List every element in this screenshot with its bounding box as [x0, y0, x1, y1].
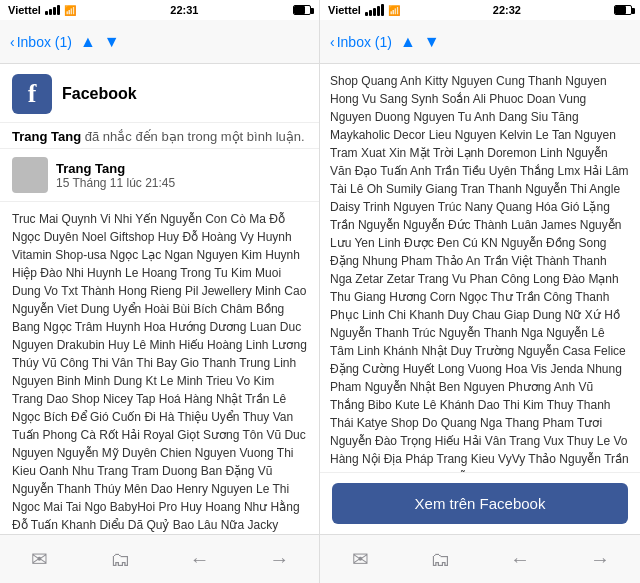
left-tab-back[interactable]: ← — [160, 548, 240, 571]
right-tab-mail[interactable]: ✉ — [320, 547, 400, 571]
left-back-button[interactable]: ‹ Inbox (1) — [10, 34, 72, 50]
left-tab-mail[interactable]: ✉ — [0, 547, 80, 571]
left-panel: Viettel 📶 22:31 ‹ Inbox (1) ▲ ▼ f Facebo… — [0, 0, 320, 583]
right-status-left: Viettel 📶 — [328, 4, 400, 16]
left-tab-folders[interactable]: 🗂 — [80, 548, 160, 571]
right-back-button[interactable]: ‹ Inbox (1) — [330, 34, 392, 50]
left-avatar-meta: Trang Tang 15 Tháng 11 lúc 21:45 — [0, 149, 319, 202]
forward-nav-icon: → — [269, 548, 289, 571]
left-status-left: Viettel 📶 — [8, 4, 76, 16]
right-email-body[interactable]: Shop Quang Anh Kitty Nguyen Cung Thanh N… — [320, 64, 640, 472]
right-status-right — [614, 5, 632, 15]
right-nav-down-button[interactable]: ▼ — [424, 33, 440, 51]
right-panel: Viettel 📶 22:32 ‹ Inbox (1) ▲ ▼ Shop Qua — [320, 0, 640, 583]
left-battery-icon — [293, 5, 311, 15]
right-carrier: Viettel — [328, 4, 361, 16]
left-email-header: f Facebook — [0, 64, 319, 123]
left-time: 22:31 — [170, 4, 198, 16]
right-signal-icon — [365, 4, 384, 16]
right-tab-folders[interactable]: 🗂 — [400, 548, 480, 571]
right-body-text: Shop Quang Anh Kitty Nguyen Cung Thanh N… — [330, 74, 629, 472]
right-back-nav-icon: ← — [510, 548, 530, 571]
left-body-text: Truc Mai Quynh Vi Nhi Yến Nguyễn Con Cò … — [12, 212, 307, 534]
left-commenter-date: 15 Tháng 11 lúc 21:45 — [56, 176, 175, 190]
right-chevron-icon: ‹ — [330, 34, 335, 50]
right-folders-icon: 🗂 — [430, 548, 450, 571]
right-back-label: Inbox (1) — [337, 34, 392, 50]
left-back-label: Inbox (1) — [17, 34, 72, 50]
right-battery-icon — [614, 5, 632, 15]
left-avatar-thumbnail — [12, 157, 48, 193]
mail-icon: ✉ — [31, 547, 48, 571]
left-notification-line: Trang Tang đã nhắc đến bạn trong một bìn… — [0, 123, 319, 149]
right-status-bar: Viettel 📶 22:32 — [320, 0, 640, 20]
left-toolbar: ‹ Inbox (1) ▲ ▼ — [0, 20, 319, 64]
right-wifi-icon: 📶 — [388, 5, 400, 16]
right-time: 22:32 — [493, 4, 521, 16]
right-nav-up-button[interactable]: ▲ — [400, 33, 416, 51]
right-toolbar: ‹ Inbox (1) ▲ ▼ — [320, 20, 640, 64]
view-on-facebook-button[interactable]: Xem trên Facebook — [332, 483, 628, 524]
left-carrier: Viettel — [8, 4, 41, 16]
right-mail-icon: ✉ — [352, 547, 369, 571]
left-wifi-icon: 📶 — [64, 5, 76, 16]
left-notif-suffix: một bình luận. — [221, 129, 305, 144]
left-chevron-icon: ‹ — [10, 34, 15, 50]
right-tab-forward[interactable]: → — [560, 548, 640, 571]
right-view-btn-container: Xem trên Facebook — [320, 472, 640, 534]
right-tab-bar: ✉ 🗂 ← → — [320, 534, 640, 583]
left-commenter-info: Trang Tang 15 Tháng 11 lúc 21:45 — [56, 161, 175, 190]
left-nav-arrows: ▲ ▼ — [80, 33, 120, 51]
folders-icon: 🗂 — [110, 548, 130, 571]
left-notif-action: đã nhắc đến bạn trong — [85, 129, 221, 144]
right-tab-back[interactable]: ← — [480, 548, 560, 571]
facebook-logo-icon: f — [12, 74, 52, 114]
right-forward-nav-icon: → — [590, 548, 610, 571]
right-nav-arrows: ▲ ▼ — [400, 33, 440, 51]
left-nav-down-button[interactable]: ▼ — [104, 33, 120, 51]
left-tab-bar: ✉ 🗂 ← → — [0, 534, 319, 583]
back-nav-icon: ← — [189, 548, 209, 571]
left-signal-icon — [45, 5, 60, 15]
left-notif-user: Trang Tang — [12, 129, 81, 144]
left-nav-up-button[interactable]: ▲ — [80, 33, 96, 51]
left-commenter-name: Trang Tang — [56, 161, 175, 176]
left-status-right — [293, 5, 311, 15]
left-email-body[interactable]: Truc Mai Quynh Vi Nhi Yến Nguyễn Con Cò … — [0, 202, 319, 534]
left-tab-forward[interactable]: → — [239, 548, 319, 571]
left-sender-name: Facebook — [62, 85, 137, 103]
left-status-bar: Viettel 📶 22:31 — [0, 0, 319, 20]
